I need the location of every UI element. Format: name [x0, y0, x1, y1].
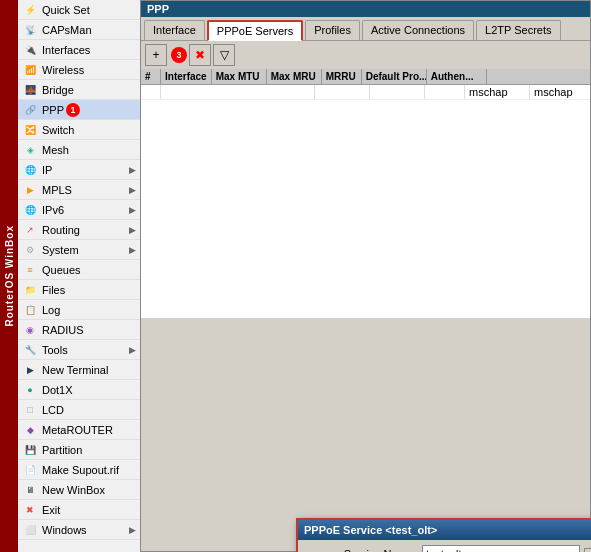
col-maxmru [370, 85, 425, 99]
sidebar-label-windows: Windows [42, 524, 87, 536]
sidebar-item-mesh[interactable]: ◈ Mesh [18, 140, 140, 160]
arrow-tools: ▶ [129, 345, 136, 355]
table-header: #InterfaceMax MTUMax MRUMRRUDefault Pro.… [141, 69, 590, 85]
sidebar-item-new-winbox[interactable]: 🖥 New WinBox [18, 480, 140, 500]
sidebar-label-new-winbox: New WinBox [42, 484, 105, 496]
dialog-buttons: OK Cancel Apply Disable Copy Remove [580, 544, 591, 552]
sidebar-item-routing[interactable]: ↗ Routing ▶ [18, 220, 140, 240]
sidebar-item-dot1x[interactable]: ● Dot1X [18, 380, 140, 400]
sidebar-item-wireless[interactable]: 📶 Wireless [18, 60, 140, 80]
sidebar-item-windows[interactable]: ⬜ Windows ▶ [18, 520, 140, 540]
sidebar-icon-ppp: 🔗 [22, 103, 38, 117]
sidebar-item-log[interactable]: 📋 Log [18, 300, 140, 320]
sidebar-label-quick-set: Quick Set [42, 4, 90, 16]
sidebar-label-log: Log [42, 304, 60, 316]
sidebar-label-new-terminal: New Terminal [42, 364, 108, 376]
sidebar-icon-mesh: ◈ [22, 143, 38, 157]
table-col-header-2: Max MTU [212, 69, 267, 84]
tab-interface[interactable]: Interface [144, 20, 205, 40]
col-authen: mschap [530, 85, 590, 99]
filter-button[interactable]: ▽ [213, 44, 235, 66]
delete-button[interactable]: ✖ [189, 44, 211, 66]
sidebar-item-exit[interactable]: ✖ Exit [18, 500, 140, 520]
sidebar-label-interfaces: Interfaces [42, 44, 90, 56]
sidebar-icon-system: ⚙ [22, 243, 38, 257]
sidebar-label-dot1x: Dot1X [42, 384, 73, 396]
sidebar-label-exit: Exit [42, 504, 60, 516]
arrow-ipv6: ▶ [129, 205, 136, 215]
sidebar-item-files[interactable]: 📁 Files [18, 280, 140, 300]
sidebar-label-bridge: Bridge [42, 84, 74, 96]
sidebar-icon-radius: ◉ [22, 323, 38, 337]
main-content: PPP InterfacePPPoE ServersProfilesActive… [140, 0, 591, 552]
sidebar-item-ipv6[interactable]: 🌐 IPv6 ▶ [18, 200, 140, 220]
sidebar-item-switch[interactable]: 🔀 Switch [18, 120, 140, 140]
sidebar-label-lcd: LCD [42, 404, 64, 416]
sidebar-label-files: Files [42, 284, 65, 296]
sidebar-label-ip: IP [42, 164, 52, 176]
sidebar-icon-routing: ↗ [22, 223, 38, 237]
sidebar-item-capsman[interactable]: 📡 CAPsMan [18, 20, 140, 40]
sidebar-label-tools: Tools [42, 344, 68, 356]
sidebar-item-mpls[interactable]: ▶ MPLS ▶ [18, 180, 140, 200]
sidebar-icon-exit: ✖ [22, 503, 38, 517]
sidebar-icon-quick-set: ⚡ [22, 3, 38, 17]
table-row[interactable]: mschap mschap [141, 85, 590, 100]
sidebar-item-queues[interactable]: ≡ Queues [18, 260, 140, 280]
table-col-header-6: Authen... [427, 69, 487, 84]
sidebar-label-capsman: CAPsMan [42, 24, 92, 36]
sidebar-item-lcd[interactable]: □ LCD [18, 400, 140, 420]
sidebar-icon-log: 📋 [22, 303, 38, 317]
sidebar-item-ip[interactable]: 🌐 IP ▶ [18, 160, 140, 180]
arrow-mpls: ▶ [129, 185, 136, 195]
arrow-windows: ▶ [129, 525, 136, 535]
table-col-header-3: Max MRU [267, 69, 322, 84]
sidebar-item-ppp[interactable]: 🔗 PPP 1 [18, 100, 140, 120]
ppp-title: PPP [147, 3, 169, 15]
sidebar-badge-ppp: 1 [66, 103, 80, 117]
sidebar-label-system: System [42, 244, 79, 256]
tab-active-connections[interactable]: Active Connections [362, 20, 474, 40]
col-defaultpro: mschap [465, 85, 530, 99]
sidebar-icon-lcd: □ [22, 403, 38, 417]
pppoe-dialog: PPPoE Service <test_olt> _ ✖ Service Nam… [296, 518, 591, 552]
sidebar-icon-new-terminal: ▶ [22, 363, 38, 377]
sidebar-label-metarouter: MetaROUTER [42, 424, 113, 436]
sidebar-item-partition[interactable]: 💾 Partition [18, 440, 140, 460]
add-button[interactable]: + [145, 44, 167, 66]
col-interface [161, 85, 315, 99]
sidebar-item-tools[interactable]: 🔧 Tools ▶ [18, 340, 140, 360]
sidebar-label-radius: RADIUS [42, 324, 84, 336]
sidebar-item-metarouter[interactable]: ◆ MetaROUTER [18, 420, 140, 440]
sidebar-item-new-terminal[interactable]: ▶ New Terminal [18, 360, 140, 380]
sidebar: RouterOS WinBox ⚡ Quick Set 📡 CAPsMan 🔌 … [0, 0, 140, 552]
toolbar-badge: 3 [171, 47, 187, 63]
sidebar-label-queues: Queues [42, 264, 81, 276]
sidebar-label-make-supout: Make Supout.rif [42, 464, 119, 476]
dialog-form: Service Name: Interface: vlan200 [302, 544, 580, 552]
service-name-input[interactable] [422, 545, 580, 552]
sidebar-label-wireless: Wireless [42, 64, 84, 76]
table-col-header-4: MRRU [322, 69, 362, 84]
tab-profiles[interactable]: Profiles [305, 20, 360, 40]
arrow-system: ▶ [129, 245, 136, 255]
tab-l2tp-secrets[interactable]: L2TP Secrets [476, 20, 560, 40]
tab-pppoe-servers[interactable]: PPPoE Servers [207, 20, 303, 41]
sidebar-label-ppp: PPP [42, 104, 64, 116]
sidebar-item-interfaces[interactable]: 🔌 Interfaces [18, 40, 140, 60]
dialog-body: Service Name: Interface: vlan200 [298, 540, 591, 552]
table-body: mschap mschap [141, 85, 590, 318]
sidebar-item-bridge[interactable]: 🌉 Bridge [18, 80, 140, 100]
sidebar-item-quick-set[interactable]: ⚡ Quick Set [18, 0, 140, 20]
sidebar-item-make-supout[interactable]: 📄 Make Supout.rif [18, 460, 140, 480]
dialog-title: PPPoE Service <test_olt> [304, 524, 437, 536]
arrow-ip: ▶ [129, 165, 136, 175]
sidebar-item-system[interactable]: ⚙ System ▶ [18, 240, 140, 260]
sidebar-icon-new-winbox: 🖥 [22, 483, 38, 497]
sidebar-icon-files: 📁 [22, 283, 38, 297]
ppp-window: PPP InterfacePPPoE ServersProfilesActive… [140, 0, 591, 552]
col-mrru [425, 85, 465, 99]
sidebar-item-radius[interactable]: ◉ RADIUS [18, 320, 140, 340]
table-col-header-1: Interface [161, 69, 212, 84]
ok-button[interactable]: OK [584, 548, 591, 552]
